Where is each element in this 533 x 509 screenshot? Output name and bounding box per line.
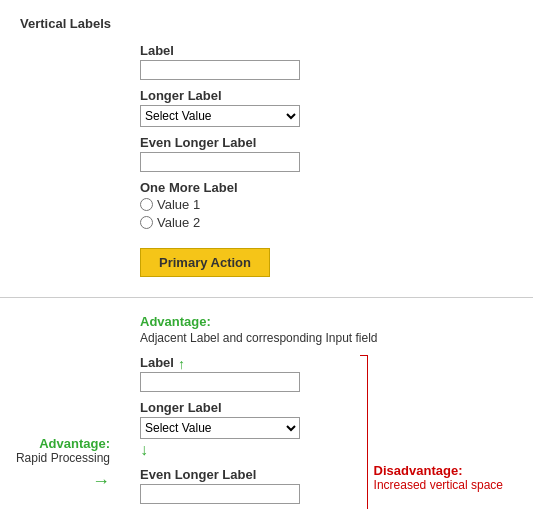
input3[interactable] [140, 152, 300, 172]
section2-form-wrapper: Label ↑ Longer Label Select Value ↓ Even… [20, 355, 513, 509]
radio2-label: Value 2 [157, 215, 200, 230]
section1: Vertical Labels Label Longer Label Selec… [0, 0, 533, 298]
primary-action-button-1[interactable]: Primary Action [140, 248, 270, 277]
s2-select[interactable]: Select Value [140, 417, 300, 439]
radio-item-2: Value 2 [140, 215, 513, 230]
field-group-2: Longer Label Select Value [140, 88, 513, 127]
s2-input3[interactable] [140, 484, 300, 504]
select1[interactable]: Select Value [140, 105, 300, 127]
section1-title: Vertical Labels [20, 16, 513, 31]
label2: Longer Label [140, 88, 513, 103]
arrow-down-icon: ↑ [178, 357, 185, 371]
radio1-label: Value 1 [157, 197, 200, 212]
radio-item-1: Value 1 [140, 197, 513, 212]
radio-group: Value 1 Value 2 [140, 197, 513, 230]
input1[interactable] [140, 60, 300, 80]
advantage-top-block: Advantage: Adjacent Label and correspond… [20, 314, 513, 345]
advantage-top-sub: Adjacent Label and corresponding Input f… [140, 331, 513, 345]
section2: Advantage: Adjacent Label and correspond… [0, 298, 533, 509]
disadvantage-label: Disadvantage: [374, 463, 503, 478]
label4: One More Label [140, 180, 513, 195]
label1: Label [140, 43, 513, 58]
advantage-top-label: Advantage: [140, 314, 513, 329]
s2-label1: Label [140, 355, 174, 370]
disadvantage-sub: Increased vertical space [374, 478, 503, 492]
field-group-3: Even Longer Label [140, 135, 513, 172]
radio2[interactable] [140, 216, 153, 229]
bracket-icon [360, 355, 368, 509]
disadvantage-block: Disadvantage: Increased vertical space [360, 355, 503, 509]
label3: Even Longer Label [140, 135, 513, 150]
radio1[interactable] [140, 198, 153, 211]
section1-form: Label Longer Label Select Value Even Lon… [140, 43, 513, 277]
s2-input1[interactable] [140, 372, 300, 392]
disadvantage-text: Disadvantage: Increased vertical space [374, 463, 503, 492]
field-group-4: One More Label Value 1 Value 2 [140, 180, 513, 230]
field-group-1: Label [140, 43, 513, 80]
